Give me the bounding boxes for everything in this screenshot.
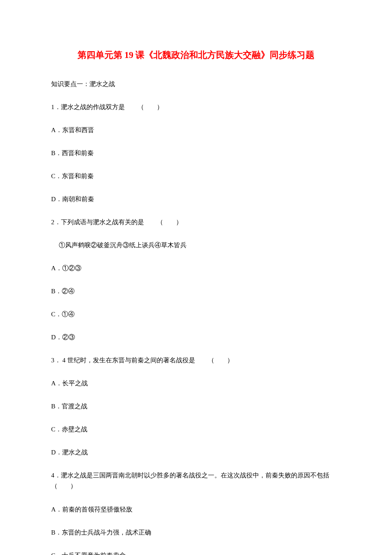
question-1-text: 1．淝水之战的作战双方是 （ ） bbox=[51, 102, 341, 112]
question-4-text: 4．淝水之战是三国两晋南北朝时以少胜多的著名战役之一。在这次战役中，前秦失败的原… bbox=[51, 470, 341, 491]
question-3-option-b: B．官渡之战 bbox=[51, 401, 341, 411]
question-4-option-b: B．东晋的士兵战斗力强，战术正确 bbox=[51, 527, 341, 538]
question-4-option-c: C．士兵不愿意为前秦卖命 bbox=[51, 550, 341, 555]
question-4-option-a: A．前秦的首领苻坚骄傲轻敌 bbox=[51, 504, 341, 515]
question-2-option-b: B．②④ bbox=[51, 286, 341, 296]
question-1-option-d: D．南朝和前秦 bbox=[51, 194, 341, 204]
question-3-option-c: C．赤壁之战 bbox=[51, 424, 341, 434]
document-title: 第四单元第 19 课《北魏政治和北方民族大交融》同步练习题 bbox=[51, 49, 341, 61]
question-2-option-d: D．②③ bbox=[51, 332, 341, 342]
question-3-option-d: D．淝水之战 bbox=[51, 447, 341, 457]
section-header-1: 知识要点一：淝水之战 bbox=[51, 79, 341, 89]
question-1-option-a: A．东晋和西晋 bbox=[51, 125, 341, 135]
question-2-text: 2．下列成语与淝水之战有关的是 （ ） bbox=[51, 217, 341, 227]
question-1-option-b: B．西晋和前秦 bbox=[51, 148, 341, 158]
question-3-text: 3． 4 世纪时，发生在东晋与前秦之间的著名战役是 （ ） bbox=[51, 355, 341, 365]
question-2-option-c: C．①④ bbox=[51, 309, 341, 319]
question-1-option-c: C．东晋和前秦 bbox=[51, 171, 341, 181]
question-2-option-a: A．①②③ bbox=[51, 263, 341, 273]
question-3-option-a: A．长平之战 bbox=[51, 378, 341, 388]
question-2-sub: ①风声鹤唳②破釜沉舟③纸上谈兵④草木皆兵 bbox=[51, 240, 341, 250]
